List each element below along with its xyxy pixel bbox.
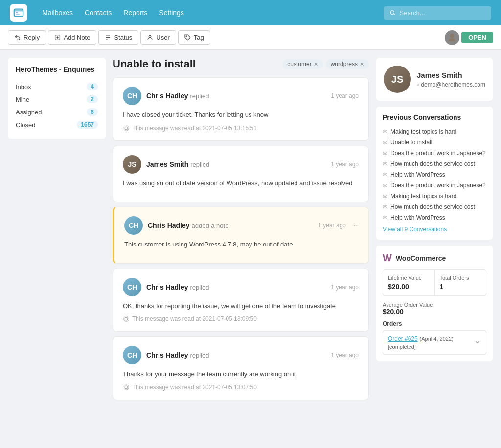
sidebar-item-closed[interactable]: Closed 1657 — [16, 118, 98, 131]
msg-body-4: OK, thanks for reporting the issue, we w… — [123, 301, 359, 311]
mail-icon-6: ✉ — [383, 193, 387, 200]
message-card-1: CH Chris Hadley replied 1 year ago I hav… — [113, 77, 369, 141]
message-card-2: JS James Smith replied 1 year ago I was … — [113, 146, 369, 202]
message-header-5: CH Chris Hadley replied 1 year ago — [123, 346, 359, 364]
search-bar[interactable] — [384, 6, 491, 20]
conversation-title: Unable to install — [113, 58, 196, 70]
woo-orders-title: Orders — [383, 320, 486, 327]
msg-time-1: 1 year ago — [331, 92, 359, 99]
conv-item-3[interactable]: ✉ How much does the service cost — [383, 158, 486, 169]
customer-name: James Smith — [417, 71, 485, 79]
nav-settings[interactable]: Settings — [159, 9, 184, 17]
msg-name-1: Chris Hadley — [146, 92, 188, 100]
msg-time-3: 1 year ago — [318, 222, 346, 229]
msg-action-3: added a note — [191, 222, 228, 229]
conv-item-0[interactable]: ✉ Making test topics is hard — [383, 126, 486, 137]
sidebar-item-mine[interactable]: Mine 2 — [16, 93, 98, 106]
msg-action-4: replied — [190, 284, 209, 291]
user-button[interactable]: User — [140, 30, 176, 45]
woo-total-orders: Total Orders 1 — [434, 270, 486, 295]
nav-contacts[interactable]: Contacts — [85, 9, 112, 17]
sidebar-box: HeroThemes - Enquiries Inbox 4 Mine 2 As… — [8, 58, 106, 139]
svg-point-3 — [149, 35, 151, 37]
avatar-chris-4: CH — [123, 346, 141, 364]
right-panel: JS James Smith demo@herothemes.com Previ… — [376, 58, 493, 440]
logo[interactable] — [10, 4, 27, 22]
conv-item-4[interactable]: ✉ Help with WordPress — [383, 169, 486, 180]
conversation-header: Unable to install customer ✕ wordpress ✕ — [113, 58, 369, 70]
msg-meta-2: James Smith replied — [146, 160, 326, 168]
message-header-3: CH Chris Hadley added a note 1 year ago … — [124, 216, 359, 235]
woo-order-item: Order #625 (April 4, 2022)[completed] — [383, 330, 486, 355]
msg-meta-3: Chris Hadley added a note — [148, 222, 313, 229]
msg-time-2: 1 year ago — [331, 161, 359, 168]
view-all-conversations[interactable]: View all 9 Conversations — [383, 226, 486, 233]
sidebar-item-assigned[interactable]: Assigned 6 — [16, 106, 98, 118]
conv-item-8[interactable]: ✉ Help with WordPress — [383, 212, 486, 223]
add-note-button[interactable]: Add Note — [48, 30, 96, 45]
avatar-chris-2: CH — [124, 216, 143, 235]
mail-icon-1: ✉ — [383, 139, 387, 146]
msg-body-1: I have closed your ticket. Thanks for le… — [123, 110, 359, 120]
woocommerce-section: W WooCommerce Lifetime Value $20.00 Tota… — [376, 246, 493, 361]
conv-item-5[interactable]: ✉ Does the product work in Japanese? — [383, 180, 486, 191]
search-input[interactable] — [400, 9, 485, 17]
order-link[interactable]: Order #625 — [388, 336, 418, 342]
tag-customer: customer ✕ — [282, 59, 322, 69]
conv-item-7[interactable]: ✉ How much does the service cost — [383, 202, 486, 212]
svg-rect-12 — [417, 84, 419, 85]
msg-body-5: Thanks for your message the team current… — [123, 369, 359, 379]
avatar-chris-3: CH — [123, 278, 141, 296]
status-label: Status — [114, 34, 132, 41]
woo-lifetime-value: Lifetime Value $20.00 — [383, 270, 434, 295]
msg-name-4: Chris Hadley — [146, 283, 188, 291]
reply-button[interactable]: Reply — [8, 30, 46, 45]
conv-item-6[interactable]: ✉ Making test topics is hard — [383, 191, 486, 202]
msg-time-5: 1 year ago — [331, 352, 359, 358]
customer-info: James Smith demo@herothemes.com — [417, 71, 485, 88]
tag-customer-remove[interactable]: ✕ — [314, 61, 318, 67]
sidebar-item-inbox[interactable]: Inbox 4 — [16, 80, 98, 93]
tag-wordpress-remove[interactable]: ✕ — [360, 61, 364, 67]
mail-icon-0: ✉ — [383, 129, 387, 135]
message-header-1: CH Chris Hadley replied 1 year ago — [123, 87, 359, 105]
tag-label: Tag — [194, 34, 204, 41]
customer-email: demo@herothemes.com — [417, 81, 485, 88]
conv-item-2[interactable]: ✉ Does the product work in Japanese? — [383, 148, 486, 158]
main-layout: HeroThemes - Enquiries Inbox 4 Mine 2 As… — [0, 50, 501, 448]
toolbar: Reply Add Note Status User Tag OPEN — [0, 25, 501, 50]
chevron-down-icon — [474, 339, 481, 346]
msg-name-5: Chris Hadley — [146, 351, 188, 359]
conv-item-1[interactable]: ✉ Unable to install — [383, 137, 486, 148]
mail-icon-3: ✉ — [383, 161, 387, 167]
mail-icon-4: ✉ — [383, 172, 387, 178]
tag-button[interactable]: Tag — [178, 30, 210, 45]
note-actions[interactable]: ··· — [354, 222, 359, 229]
mail-icon-5: ✉ — [383, 182, 387, 189]
sidebar-title: HeroThemes - Enquiries — [16, 66, 98, 73]
mail-icon-2: ✉ — [383, 150, 387, 157]
woo-header: W WooCommerce — [383, 252, 486, 264]
msg-action-1: replied — [190, 92, 209, 100]
reply-label: Reply — [23, 34, 40, 41]
svg-point-9 — [124, 316, 129, 322]
msg-meta-4: Chris Hadley replied — [146, 283, 326, 291]
woo-stats: Lifetime Value $20.00 Total Orders 1 — [383, 269, 486, 296]
message-card-3-note: CH Chris Hadley added a note 1 year ago … — [113, 207, 369, 264]
nav-reports[interactable]: Reports — [123, 9, 147, 17]
nav-mailboxes[interactable]: Mailboxes — [42, 9, 73, 17]
customer-avatar: JS — [384, 66, 411, 93]
msg-read-4: This message was read at 2021-07-05 13:0… — [123, 315, 359, 322]
svg-point-4 — [186, 36, 187, 37]
msg-body-2: I was using an out of date version of Wo… — [123, 179, 359, 188]
tag-wordpress: wordpress ✕ — [326, 59, 369, 69]
woo-logo-icon: W — [383, 252, 392, 264]
message-header-4: CH Chris Hadley replied 1 year ago — [123, 278, 359, 296]
conversation-content: Unable to install customer ✕ wordpress ✕… — [113, 58, 369, 440]
navigation: Mailboxes Contacts Reports Settings — [0, 0, 501, 25]
svg-point-11 — [124, 384, 129, 390]
mail-icon-8: ✉ — [383, 215, 387, 221]
messages-list: CH Chris Hadley replied 1 year ago I hav… — [113, 77, 369, 400]
status-button[interactable]: Status — [98, 30, 138, 45]
svg-point-1 — [390, 11, 394, 14]
